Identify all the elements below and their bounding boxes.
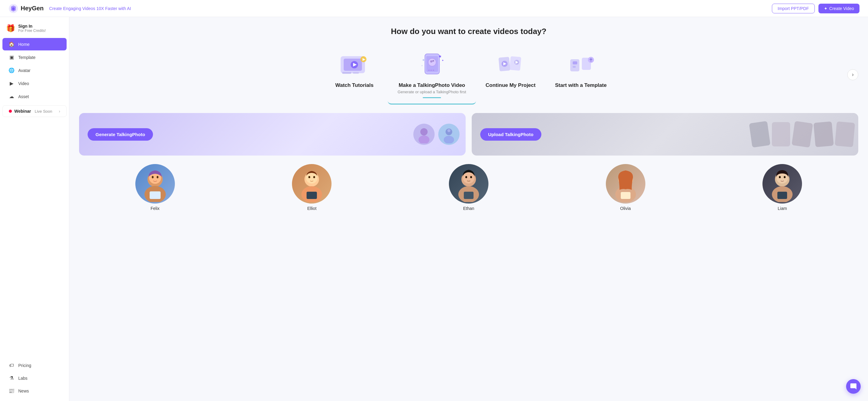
- olivia-avatar-img: [606, 164, 645, 204]
- ethan-name: Ethan: [463, 206, 474, 211]
- webinar-live-dot: [9, 110, 12, 113]
- svg-point-36: [444, 136, 454, 143]
- sidebar-item-pricing[interactable]: 🏷 Pricing: [2, 359, 67, 371]
- svg-rect-28: [570, 59, 579, 71]
- gift-icon: 🎁: [6, 24, 15, 33]
- sidebar-webinar[interactable]: Webinar Live Soon ›: [2, 105, 67, 117]
- sidebar-item-avatar[interactable]: 🌐 Avatar: [2, 64, 67, 76]
- tagline: Create Engaging Videos 10X Faster with A…: [49, 6, 131, 11]
- template-icon: ▣: [8, 55, 14, 60]
- panel-avatar-1: [413, 124, 435, 145]
- watch-tutorials-image: ▶: [336, 52, 373, 79]
- svg-point-21: [422, 65, 423, 66]
- upload-strip: [746, 113, 858, 156]
- generate-panel[interactable]: Generate TalkingPhoto: [79, 113, 466, 156]
- webinar-soon: Live Soon: [35, 109, 52, 113]
- svg-rect-17: [428, 70, 430, 71]
- felix-avatar-img: [135, 164, 175, 204]
- panel-avatars: [413, 113, 466, 156]
- create-video-button[interactable]: ✦ Create Video: [818, 4, 860, 13]
- svg-rect-30: [573, 61, 577, 64]
- svg-point-53: [465, 176, 467, 178]
- liam-avatar-img: [763, 164, 802, 204]
- svg-rect-18: [430, 70, 432, 71]
- sign-in-label[interactable]: Sign In: [18, 24, 46, 29]
- generate-button[interactable]: Generate TalkingPhoto: [88, 128, 153, 141]
- sidebar-item-home[interactable]: 🏠 Home: [2, 38, 67, 51]
- avatar-liam[interactable]: Liam: [706, 164, 858, 211]
- upload-panel[interactable]: Upload TalkingPhoto: [472, 113, 858, 156]
- svg-point-52: [463, 172, 474, 183]
- svg-rect-55: [464, 192, 473, 199]
- sidebar-asset-label: Asset: [18, 94, 29, 99]
- svg-rect-49: [307, 192, 317, 199]
- svg-rect-19: [433, 70, 434, 71]
- card-watch-tutorials[interactable]: ▶ Watch Tutorials: [321, 45, 388, 94]
- chat-icon: [850, 383, 857, 390]
- chat-bubble-button[interactable]: [846, 379, 861, 394]
- cards-next-button[interactable]: ›: [847, 69, 858, 80]
- panel-avatar-2: [438, 124, 460, 145]
- svg-text:▶: ▶: [363, 57, 366, 61]
- start-template-image: [563, 52, 599, 79]
- watch-tutorials-title: Watch Tutorials: [336, 82, 374, 89]
- felix-name: Felix: [151, 206, 160, 211]
- avatar-olivia[interactable]: Olivia: [550, 164, 702, 211]
- sign-in-section[interactable]: 🎁 Sign In For Free Credits!: [0, 21, 69, 38]
- sidebar-item-news[interactable]: 📰 News: [2, 385, 67, 397]
- webinar-arrow-icon: ›: [59, 109, 60, 113]
- labs-icon: ⚗: [8, 375, 14, 381]
- svg-point-42: [157, 176, 158, 178]
- page-title: How do you want to create videos today?: [79, 27, 858, 36]
- card-start-template[interactable]: Start with a Template: [545, 45, 617, 94]
- sidebar-bottom: 🏷 Pricing ⚗ Labs 📰 News: [0, 359, 69, 397]
- elliot-avatar-img: [292, 164, 332, 204]
- active-indicator: [423, 97, 441, 98]
- sidebar-pricing-label: Pricing: [18, 363, 31, 368]
- sidebar-item-template[interactable]: ▣ Template: [2, 51, 67, 64]
- svg-point-65: [779, 176, 781, 178]
- import-button[interactable]: Import PPT/PDF: [772, 4, 815, 13]
- continue-project-title: Continue My Project: [486, 82, 535, 89]
- card-continue-project[interactable]: Continue My Project: [476, 45, 545, 94]
- svg-rect-61: [621, 192, 630, 199]
- svg-rect-7: [342, 72, 351, 74]
- create-video-icon: ✦: [824, 6, 828, 11]
- topnav: HeyGen Create Engaging Videos 10X Faster…: [0, 0, 868, 17]
- news-icon: 📰: [8, 388, 14, 394]
- svg-rect-8: [353, 72, 359, 74]
- sidebar-item-asset[interactable]: ☁ Asset: [2, 90, 67, 103]
- avatar-felix[interactable]: Felix: [79, 164, 231, 211]
- start-template-title: Start with a Template: [555, 82, 607, 89]
- elliot-name: Elliot: [307, 206, 316, 211]
- home-icon: 🏠: [8, 41, 14, 47]
- avatar-elliot[interactable]: Elliot: [236, 164, 388, 211]
- upload-button[interactable]: Upload TalkingPhoto: [480, 128, 541, 141]
- svg-point-54: [470, 176, 472, 178]
- svg-point-20: [423, 59, 424, 61]
- sidebar-labs-label: Labs: [18, 376, 27, 381]
- avatar-ethan[interactable]: Ethan: [393, 164, 545, 211]
- svg-text:★: ★: [438, 54, 442, 59]
- svg-point-11: [428, 58, 436, 66]
- talking-photo-image: ★ ✦ ·: [414, 52, 450, 79]
- topnav-left: HeyGen Create Engaging Videos 10X Faster…: [8, 4, 131, 13]
- svg-rect-43: [150, 191, 161, 199]
- main-content: How do you want to create videos today? …: [69, 17, 868, 221]
- talking-photo-title: Make a TalkingPhoto Video: [399, 82, 465, 89]
- sign-in-sub: For Free Credits!: [18, 29, 46, 33]
- topnav-right: Import PPT/PDF ✦ Create Video: [772, 4, 860, 13]
- sidebar-news-label: News: [18, 389, 29, 393]
- card-talking-photo[interactable]: ★ ✦ · Make a TalkingPhoto Video Generate…: [388, 45, 476, 104]
- talking-panels: Generate TalkingPhoto: [79, 113, 858, 156]
- sidebar-avatar-label: Avatar: [18, 68, 30, 73]
- svg-point-33: [420, 128, 428, 135]
- svg-point-34: [418, 135, 429, 143]
- sidebar-video-label: Video: [18, 81, 29, 86]
- sidebar-item-video[interactable]: ▶ Video: [2, 77, 67, 90]
- sign-in-text-block: Sign In For Free Credits!: [18, 24, 46, 33]
- svg-rect-67: [777, 192, 787, 199]
- video-icon: ▶: [8, 80, 14, 86]
- sidebar-item-labs[interactable]: ⚗ Labs: [2, 372, 67, 384]
- sidebar: 🎁 Sign In For Free Credits! 🏠 Home ▣ Tem…: [0, 17, 69, 401]
